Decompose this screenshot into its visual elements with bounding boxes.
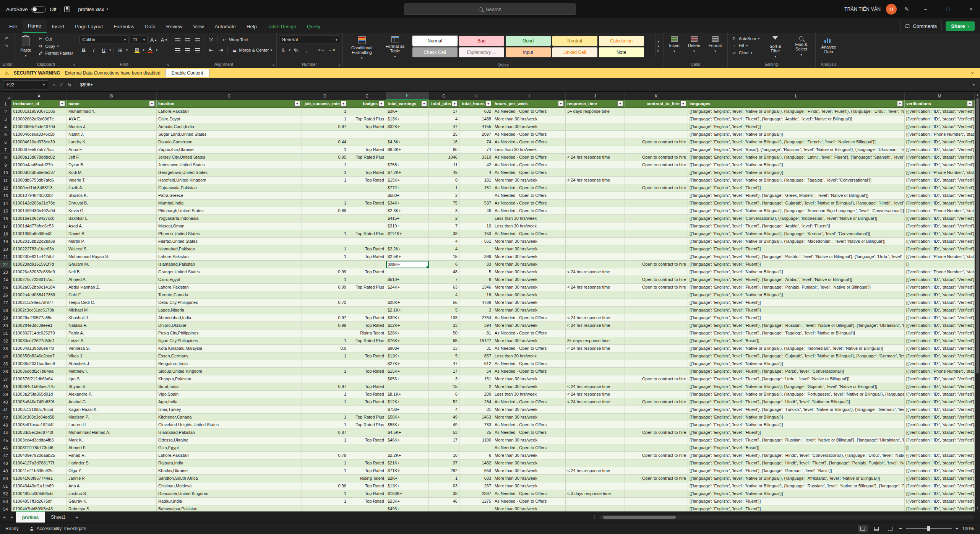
grid-cell[interactable]: Lagos,Nigeria	[157, 307, 302, 314]
grid-cell[interactable]: 010002662af2a6067e	[11, 115, 67, 123]
grid-cell[interactable]: 1	[302, 108, 348, 115]
grid-cell[interactable]: 4	[429, 291, 459, 299]
grid-cell[interactable]: [{'verification': 'ID:', 'status': 'Veri…	[905, 222, 975, 230]
grid-cell[interactable]	[566, 459, 625, 467]
sheet-nav-left-icon[interactable]: ◀	[0, 515, 8, 519]
grid-cell[interactable]: Top Rated	[348, 391, 386, 398]
grid-cell[interactable]	[386, 383, 429, 391]
grid-cell[interactable]: 010026a32037c839d9	[11, 268, 67, 276]
grid-cell[interactable]	[625, 123, 688, 131]
row-number-22[interactable]: 22	[0, 261, 11, 268]
grid-cell[interactable]: Top Rated Plus	[348, 230, 386, 238]
grid-cell[interactable]: Top Rated Plus	[348, 154, 386, 161]
grid-cell[interactable]: [{'language': 'English:', 'level': 'Flue…	[688, 245, 905, 253]
grid-cell[interactable]	[459, 444, 493, 452]
grid-cell[interactable]: Gaurav K.	[67, 498, 157, 505]
tab-options-icon[interactable]: ⋮	[589, 515, 600, 520]
grid-cell[interactable]: Jazib A.	[67, 184, 157, 192]
grid-cell[interactable]: [{'verification': 'ID:', 'status': 'Veri…	[905, 192, 975, 200]
grid-cell[interactable]: [{'language': 'English:', 'level': 'Flue…	[688, 368, 905, 375]
normal-view-button[interactable]	[858, 525, 868, 532]
grid-cell[interactable]: Sidcup,United Kingdom	[157, 368, 302, 375]
grid-cell[interactable]	[566, 360, 625, 368]
sheet-tab-sheet1[interactable]: Sheet1	[45, 511, 71, 523]
grid-cell[interactable]: [{'language': 'English:', 'level': 'Nati…	[688, 482, 905, 490]
grid-cell[interactable]: [{'language': 'English:', 'level': 'Flue…	[688, 253, 905, 261]
grid-cell[interactable]: Open to contract to hire	[625, 154, 688, 161]
row-number-11[interactable]: 11	[0, 177, 11, 184]
grid-cell[interactable]: Surat,India	[157, 383, 302, 391]
comma-style-button[interactable]: ,	[302, 46, 310, 54]
row-number-50[interactable]: 50	[0, 475, 11, 482]
grid-cell[interactable]: 0.72	[302, 299, 348, 307]
grid-cell[interactable]: Less than 30 hrs/week	[493, 222, 566, 230]
grid-cell[interactable]	[348, 307, 386, 314]
grid-cell[interactable]: $27K+	[386, 360, 429, 368]
grid-cell[interactable]: Martin P.	[67, 238, 157, 245]
filter-dropdown-icon[interactable]: ▼	[558, 101, 564, 107]
grid-cell[interactable]: 3	[429, 207, 459, 215]
grid-cell[interactable]: İzmir,Turkey	[157, 406, 302, 414]
grid-cell[interactable]: 1	[302, 146, 348, 154]
grid-cell[interactable]: 0.96	[302, 482, 348, 490]
grid-cell[interactable]: 01000359b7bde4070d	[11, 123, 67, 131]
grid-cell[interactable]: Ghulam M.	[67, 261, 157, 268]
grid-cell[interactable]: 01004127a3d788177f	[11, 459, 67, 467]
grid-cell[interactable]: 1488	[459, 115, 493, 123]
scroll-up-icon[interactable]: ▲	[976, 92, 979, 98]
grid-cell[interactable]: More than 30 hrs/week	[493, 452, 566, 459]
cell-style-chip[interactable]: Explanatory ...	[459, 47, 504, 57]
autosum-button[interactable]: ΣAutoSum▾	[730, 36, 761, 42]
grid-cell[interactable]: Top Rated	[348, 322, 386, 329]
grid-cell[interactable]: 0100142d206a31e78e	[11, 200, 67, 207]
grid-cell[interactable]	[566, 475, 625, 482]
column-letter-H[interactable]: H	[459, 92, 493, 100]
grid-cell[interactable]	[302, 475, 348, 482]
grid-cell[interactable]: [{'language': 'English:', 'level': 'Nati…	[688, 131, 905, 138]
grid-cell[interactable]	[625, 169, 688, 177]
grid-cell[interactable]: More than 30 hrs/week	[493, 253, 566, 261]
fill-color-button[interactable]: ▨	[133, 46, 141, 54]
cell-style-chip[interactable]: Note	[599, 47, 644, 57]
grid-cell[interactable]: badges▼	[348, 100, 386, 108]
grid-cell[interactable]: As Needed - Open to Offers	[493, 398, 566, 406]
grid-cell[interactable]: Iligan City,Philippines	[157, 337, 302, 345]
grid-cell[interactable]: 2097	[459, 131, 493, 138]
grid-cell[interactable]: [{'language': 'English:', 'level': 'Nati…	[688, 161, 905, 169]
grid-cell[interactable]	[566, 261, 625, 268]
column-letter-E[interactable]: E	[348, 92, 386, 100]
grid-cell[interactable]: More than 30 hrs/week	[493, 337, 566, 345]
merge-center-button[interactable]: ⬓Merge & Center▾	[230, 47, 274, 54]
grid-cell[interactable]: 1346	[459, 284, 493, 291]
ribbon-tab-home[interactable]: Home	[23, 19, 47, 33]
undo-button[interactable]: ↶	[2, 36, 11, 42]
grid-cell[interactable]: As Needed - Open to Offers	[493, 444, 566, 452]
filter-dropdown-icon[interactable]: ▼	[59, 101, 65, 107]
grid-cell[interactable]	[348, 207, 386, 215]
grid-cell[interactable]: 151	[459, 375, 493, 383]
grid-cell[interactable]: Ahmedabad,India	[157, 314, 302, 322]
grid-cell[interactable]: $772+	[386, 184, 429, 192]
grid-cell[interactable]: 1100	[459, 437, 493, 444]
grid-cell[interactable]	[348, 345, 386, 352]
grid-cell[interactable]	[566, 192, 625, 200]
font-dialog-launcher[interactable]: ↘	[167, 63, 170, 67]
filter-dropdown-icon[interactable]: ▼	[452, 101, 458, 107]
grid-cell[interactable]: Ana A.	[67, 482, 157, 490]
row-number-18[interactable]: 18	[0, 230, 11, 238]
grid-cell[interactable]	[566, 230, 625, 238]
ribbon-tab-formulas[interactable]: Formulas	[108, 20, 140, 33]
grid-cell[interactable]	[566, 215, 625, 222]
filter-dropdown-icon[interactable]: ▼	[897, 101, 903, 107]
grid-cell[interactable]: < 24 hrs response time	[566, 398, 625, 406]
grid-cell[interactable]: 15	[429, 383, 459, 391]
grid-cell[interactable]: 653	[459, 467, 493, 475]
grid-cell[interactable]: [{'language': 'English:', 'level': 'Flue…	[688, 115, 905, 123]
grid-cell[interactable]: [{'language': 'English:', 'level': 'Flue…	[688, 375, 905, 383]
grid-cell[interactable]: More than 30 hrs/week	[493, 115, 566, 123]
grid-cell[interactable]: Open to contract to hire	[625, 375, 688, 383]
grid-cell[interactable]: Less than 30 hrs/week	[493, 215, 566, 222]
grid-cell[interactable]: Valerie T.	[67, 177, 157, 184]
grid-cell[interactable]: Phoenix,United States	[157, 230, 302, 238]
grid-cell[interactable]: 7	[429, 222, 459, 230]
